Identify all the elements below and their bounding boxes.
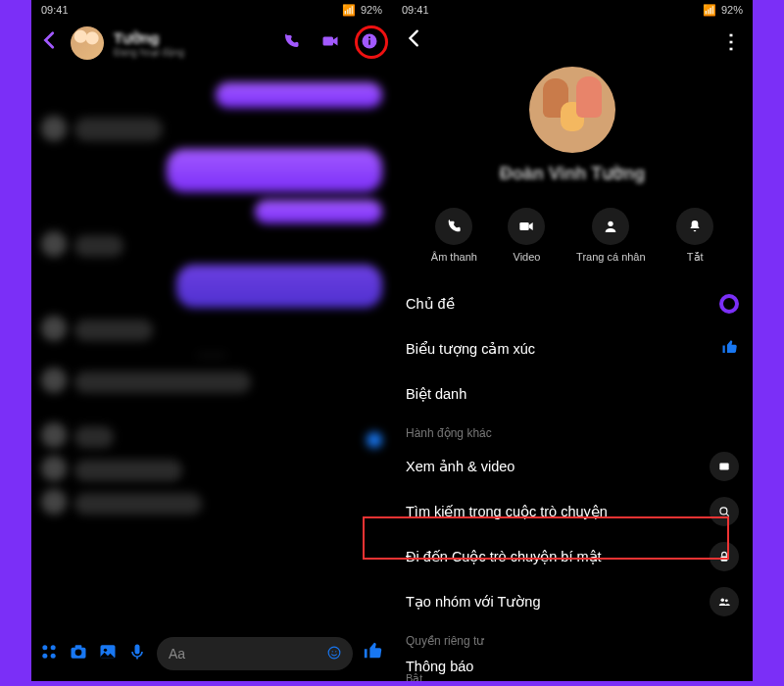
item-label: Biệt danh [406, 386, 466, 402]
back-button[interactable] [404, 27, 425, 55]
svg-point-9 [75, 649, 82, 656]
theme-item[interactable]: Chủ đề [406, 281, 739, 326]
svg-point-3 [368, 36, 370, 38]
search-item[interactable]: Tìm kiếm trong cuộc trò chuyện [406, 489, 739, 534]
message-composer: Aa [31, 632, 392, 675]
chat-messages[interactable]: ——— [31, 67, 392, 615]
item-label: Đi đến Cuộc trò chuyện bí mật [406, 549, 602, 564]
media-icon [710, 452, 739, 481]
profile-section: Đoàn Vinh Tường [392, 63, 753, 198]
more-button[interactable]: ⋮ [721, 29, 741, 53]
person-icon [592, 208, 629, 245]
contact-name: Tường [114, 29, 267, 47]
media-item[interactable]: Xem ảnh & video [406, 444, 739, 489]
wifi-icon: 📶 [342, 4, 356, 17]
contact-status: Đang hoạt động [114, 47, 267, 58]
item-label: Biểu tượng cảm xúc [406, 341, 535, 357]
apps-icon[interactable] [39, 642, 59, 666]
settings-list: Chủ đề Biểu tượng cảm xúc Biệt danh Hành… [392, 281, 753, 681]
svg-rect-17 [520, 222, 529, 230]
nickname-item[interactable]: Biệt danh [406, 371, 739, 416]
timestamp-divider: ——— [41, 349, 382, 360]
message-input[interactable]: Aa [157, 637, 353, 670]
svg-point-5 [51, 645, 56, 650]
info-button[interactable] [355, 26, 384, 61]
sender-avatar [41, 456, 67, 481]
profile-avatar[interactable] [529, 67, 615, 153]
section-more-actions: Hành động khác [406, 416, 739, 444]
like-button[interactable] [363, 640, 384, 667]
conversation-settings-screen: 09:41 📶 92% ⋮ Đoàn Vinh Tường Âm [392, 0, 753, 681]
sender-avatar [41, 422, 67, 448]
message-out[interactable] [167, 149, 382, 192]
wifi-icon: 📶 [703, 4, 716, 17]
emoji-item[interactable]: Biểu tượng cảm xúc [406, 326, 739, 371]
video-icon [508, 208, 545, 245]
svg-point-22 [721, 599, 725, 603]
message-in[interactable] [74, 371, 251, 393]
message-in[interactable] [74, 319, 153, 341]
statusbar: 09:41 📶 92% [392, 0, 753, 20]
create-group-item[interactable]: Tạo nhóm với Tường [406, 579, 739, 624]
svg-point-14 [328, 647, 340, 659]
group-icon [710, 587, 739, 616]
mute-action[interactable]: Tắt [676, 208, 713, 264]
svg-rect-13 [135, 644, 140, 654]
svg-rect-21 [721, 556, 728, 561]
message-in[interactable] [74, 460, 182, 481]
voice-call-button[interactable] [276, 26, 306, 61]
status-time: 09:41 [402, 4, 429, 16]
camera-icon[interactable] [69, 642, 88, 666]
profile-action[interactable]: Trang cá nhân [576, 208, 646, 264]
chat-screen: 09:41 📶 92% Tường Đang hoạt động [31, 0, 392, 681]
svg-point-4 [42, 645, 47, 650]
action-label: Âm thanh [431, 251, 477, 263]
action-label: Trang cá nhân [576, 251, 646, 263]
battery-label: 92% [721, 4, 743, 16]
message-in[interactable] [74, 493, 202, 514]
item-sublabel: Bật [406, 672, 422, 682]
item-label: Xem ảnh & video [406, 459, 514, 474]
video-call-action[interactable]: Video [508, 208, 545, 264]
status-time: 09:41 [41, 4, 69, 16]
message-in[interactable] [74, 426, 114, 448]
sender-avatar [41, 368, 67, 393]
section-privacy: Quyền riêng tư [406, 624, 739, 652]
sender-avatar [41, 116, 67, 141]
svg-point-15 [332, 651, 333, 652]
gallery-icon[interactable] [98, 642, 118, 666]
svg-rect-2 [368, 39, 370, 44]
emoji-icon[interactable] [327, 646, 341, 662]
quick-actions: Âm thanh Video Trang cá nhân Tắt [392, 198, 753, 281]
search-icon [710, 497, 739, 526]
seen-indicator [367, 432, 382, 448]
profile-name: Đoàn Vinh Tường [500, 163, 646, 184]
contact-avatar[interactable] [71, 26, 104, 60]
message-out[interactable] [255, 200, 382, 223]
message-in[interactable] [74, 118, 163, 141]
message-in[interactable] [74, 235, 123, 257]
secret-conversation-item[interactable]: Đi đến Cuộc trò chuyện bí mật [406, 534, 739, 579]
video-call-button[interactable] [316, 26, 345, 61]
sender-avatar [41, 489, 67, 514]
notifications-item[interactable]: Thông báo Bật [406, 652, 739, 681]
lock-icon [710, 542, 739, 571]
back-button[interactable] [39, 29, 61, 57]
mic-icon[interactable] [127, 642, 147, 666]
message-out[interactable] [216, 82, 382, 108]
item-label: Chủ đề [406, 296, 455, 312]
svg-point-12 [104, 648, 107, 651]
theme-color-icon [719, 294, 739, 314]
action-label: Video [514, 251, 541, 263]
message-out[interactable] [176, 265, 382, 308]
svg-point-23 [725, 599, 728, 602]
svg-point-6 [42, 653, 47, 658]
battery-label: 92% [361, 4, 382, 16]
item-label: Tạo nhóm với Tường [406, 594, 540, 610]
audio-call-action[interactable]: Âm thanh [431, 208, 477, 264]
statusbar: 09:41 📶 92% [31, 0, 392, 20]
svg-rect-10 [75, 645, 82, 648]
svg-point-16 [335, 651, 336, 652]
chat-header: Tường Đang hoạt động [31, 20, 392, 67]
svg-point-18 [609, 221, 613, 226]
